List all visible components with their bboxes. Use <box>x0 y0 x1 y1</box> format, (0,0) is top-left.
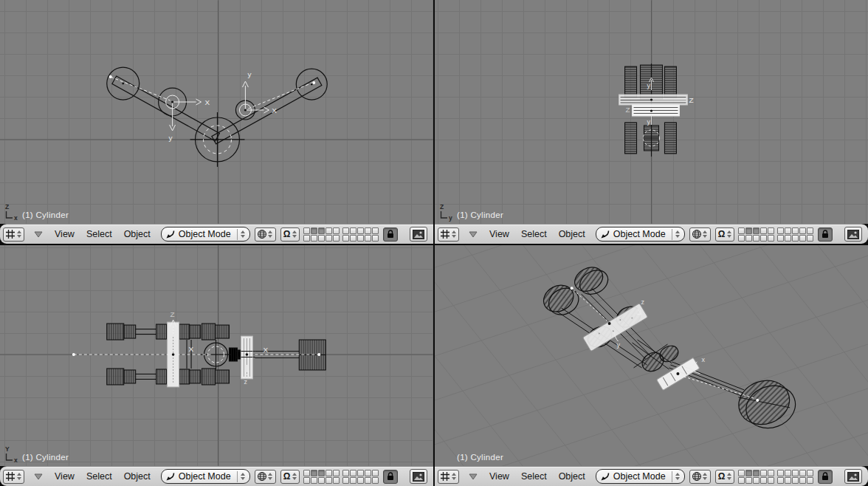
layer-button-5[interactable] <box>768 470 774 476</box>
layer-button-17[interactable] <box>350 235 356 242</box>
layer-button-3[interactable] <box>753 227 760 234</box>
editor-type-button[interactable] <box>438 227 459 242</box>
layer-button-7[interactable] <box>785 227 791 234</box>
layer-button-5[interactable] <box>333 470 340 476</box>
mode-dropdown-stepper-icon[interactable] <box>672 229 681 240</box>
layer-button-16[interactable] <box>777 477 784 484</box>
pivot-button[interactable]: Ω <box>715 227 735 242</box>
collapse-triangle-icon[interactable] <box>469 473 478 480</box>
layer-button-18[interactable] <box>792 477 799 484</box>
menu-select[interactable]: Select <box>521 471 547 482</box>
render-preview-button[interactable] <box>410 227 427 242</box>
layer-button-20[interactable] <box>807 477 813 484</box>
layer-button-8[interactable] <box>792 227 799 234</box>
layer-button-9[interactable] <box>365 470 371 476</box>
layer-button-16[interactable] <box>342 235 349 242</box>
mode-dropdown[interactable]: Object Mode <box>596 469 685 484</box>
mode-dropdown[interactable]: Object Mode <box>161 469 250 484</box>
layer-button-8[interactable] <box>792 470 799 476</box>
layer-button-15[interactable] <box>768 477 774 484</box>
layer-button-14[interactable] <box>326 235 332 242</box>
layer-button-6[interactable] <box>342 470 349 476</box>
menu-object[interactable]: Object <box>124 471 151 482</box>
layer-button-12[interactable] <box>745 477 752 484</box>
viewport-canvas-top[interactable]: Z X X <box>0 245 433 466</box>
layer-button-11[interactable] <box>738 235 745 242</box>
layer-button-3[interactable] <box>318 470 325 476</box>
layer-button-5[interactable] <box>333 227 340 234</box>
layer-button-2[interactable] <box>745 227 752 234</box>
layer-button-9[interactable] <box>365 227 371 234</box>
layer-button-12[interactable] <box>745 235 752 242</box>
stepper-arrows-icon[interactable] <box>450 471 457 482</box>
layer-button-2[interactable] <box>745 470 752 476</box>
lock-button[interactable] <box>818 470 833 484</box>
layer-button-4[interactable] <box>760 227 767 234</box>
layer-button-1[interactable] <box>303 227 310 234</box>
stepper-arrows-icon[interactable] <box>291 471 297 482</box>
layer-button-13[interactable] <box>318 235 325 242</box>
layer-button-11[interactable] <box>738 477 745 484</box>
layer-button-7[interactable] <box>350 227 356 234</box>
gizmo-right[interactable] <box>239 81 269 116</box>
layer-button-13[interactable] <box>753 477 760 484</box>
stepper-arrows-icon[interactable] <box>16 471 22 482</box>
layer-button-15[interactable] <box>768 235 774 242</box>
layer-button-20[interactable] <box>372 477 379 484</box>
layer-button-10[interactable] <box>807 227 813 234</box>
stepper-arrows-icon[interactable] <box>267 471 274 482</box>
layer-button-3[interactable] <box>753 470 760 476</box>
layer-button-11[interactable] <box>303 477 310 484</box>
stepper-arrows-icon[interactable] <box>267 229 274 240</box>
layer-button-16[interactable] <box>342 477 349 484</box>
render-preview-button[interactable] <box>844 469 862 484</box>
layer-button-1[interactable] <box>303 470 310 476</box>
layer-button-18[interactable] <box>357 477 364 484</box>
collapse-triangle-icon[interactable] <box>34 473 43 480</box>
layer-button-16[interactable] <box>777 235 784 242</box>
viewport-canvas-perspective[interactable]: z y x (1) Cylinder <box>435 245 868 466</box>
menu-object[interactable]: Object <box>124 229 151 239</box>
stepper-arrows-icon[interactable] <box>291 229 297 240</box>
layer-button-13[interactable] <box>753 235 760 242</box>
layer-button-6[interactable] <box>342 227 349 234</box>
layer-button-1[interactable] <box>738 470 745 476</box>
pivot-button[interactable]: Ω <box>715 470 735 484</box>
layer-button-9[interactable] <box>799 227 806 234</box>
render-preview-button[interactable] <box>410 469 427 484</box>
mode-dropdown-stepper-icon[interactable] <box>237 471 247 482</box>
layer-button-9[interactable] <box>799 470 806 476</box>
draw-type-button[interactable] <box>689 470 711 484</box>
draw-type-button[interactable] <box>255 227 276 242</box>
layer-button-19[interactable] <box>799 477 806 484</box>
menu-select[interactable]: Select <box>86 229 112 239</box>
collapse-triangle-icon[interactable] <box>34 231 43 238</box>
menu-view[interactable]: View <box>55 229 75 239</box>
layer-button-18[interactable] <box>792 235 799 242</box>
viewport-canvas-front[interactable]: X y y X Z x (1) Cylinder <box>0 0 433 224</box>
layer-button-19[interactable] <box>799 235 806 242</box>
layer-button-4[interactable] <box>326 227 332 234</box>
layer-button-3[interactable] <box>318 227 325 234</box>
layer-button-6[interactable] <box>777 227 784 234</box>
draw-type-button[interactable] <box>255 470 276 484</box>
layer-button-12[interactable] <box>311 235 317 242</box>
layer-button-14[interactable] <box>326 477 332 484</box>
layer-button-15[interactable] <box>333 235 340 242</box>
layer-button-10[interactable] <box>372 227 379 234</box>
lock-button[interactable] <box>383 227 398 242</box>
layer-button-7[interactable] <box>350 470 356 476</box>
layer-button-13[interactable] <box>318 477 325 484</box>
pivot-button[interactable]: Ω <box>280 227 300 242</box>
lock-button[interactable] <box>383 470 398 484</box>
layer-button-17[interactable] <box>785 235 791 242</box>
draw-type-button[interactable] <box>689 227 711 242</box>
stepper-arrows-icon[interactable] <box>726 471 732 482</box>
layer-button-1[interactable] <box>738 227 745 234</box>
layer-button-8[interactable] <box>357 227 364 234</box>
layer-button-2[interactable] <box>311 227 317 234</box>
stepper-arrows-icon[interactable] <box>702 229 709 240</box>
mode-dropdown-stepper-icon[interactable] <box>672 471 681 482</box>
wireframe-wheels[interactable] <box>539 263 801 435</box>
layer-button-10[interactable] <box>807 470 813 476</box>
